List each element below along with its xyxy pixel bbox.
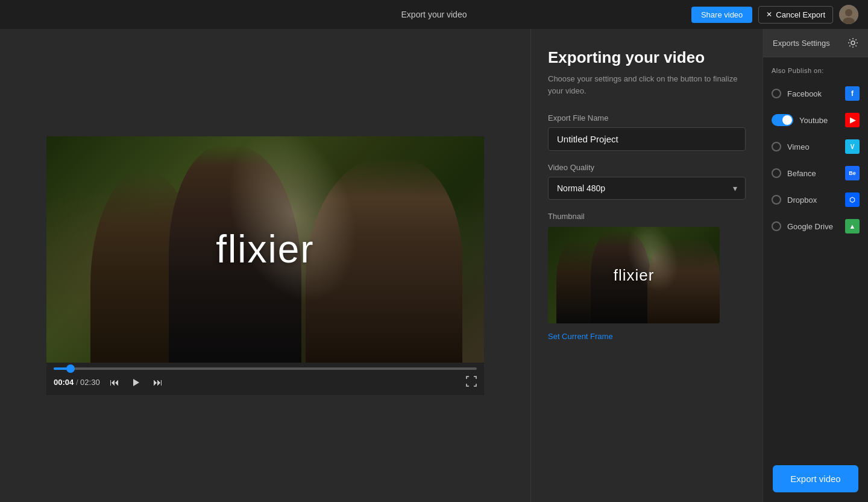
gdrive-icon: ▲ [845,219,860,234]
header-right: Share video ✕ Cancel Export [691,5,858,24]
also-publish-label: Also Publish on: [763,57,868,80]
export-panel-subtitle: Choose your settings and click on the bu… [548,73,746,97]
publish-item-gdrive[interactable]: Google Drive ▲ [763,213,868,240]
publish-item-facebook[interactable]: Facebook f [763,80,868,107]
publish-item-vimeo[interactable]: Vimeo V [763,133,868,160]
facebook-label: Facebook [787,89,839,98]
publish-item-behance[interactable]: Befance Be [763,160,868,186]
header-title: Export your video [401,10,467,19]
video-controls: 00:04 / 02:30 ⏮ ⏭ [46,363,484,395]
svg-marker-3 [133,379,139,386]
export-panel: Exporting your video Choose your setting… [530,29,763,502]
video-screen: flixier [46,136,484,363]
progress-bar[interactable] [54,367,477,370]
video-watermark-text: flixier [216,227,314,272]
file-name-input[interactable] [548,127,746,151]
set-current-frame-button[interactable]: Set Current Frame [548,332,613,341]
youtube-icon: ▶ [845,113,860,127]
publish-item-youtube[interactable]: Youtube ▶ [763,107,868,133]
vimeo-radio[interactable] [772,142,781,151]
thumbnail-preview: flixier [548,227,720,323]
facebook-radio[interactable] [772,89,781,98]
toggle-thumb [782,115,792,125]
fullscreen-button[interactable] [466,376,477,389]
share-video-button[interactable]: Share video [691,7,752,23]
export-video-button[interactable]: Export video [773,465,858,492]
sidebar-spacer [763,240,868,456]
gdrive-radio[interactable] [772,221,781,231]
close-icon: ✕ [766,10,772,19]
thumbnail-watermark-text: flixier [614,266,655,285]
behance-radio[interactable] [772,168,781,178]
svg-point-1 [845,9,852,16]
controls-left: 00:04 / 02:30 ⏮ ⏭ [54,375,165,390]
header: Export your video Share video ✕ Cancel E… [0,0,868,29]
behance-icon: Be [845,166,860,180]
youtube-toggle[interactable] [772,114,793,126]
rewind-button[interactable]: ⏮ [107,375,122,390]
avatar[interactable] [839,5,858,24]
svg-point-4 [851,41,855,45]
exports-settings-button[interactable]: Exports Settings [763,29,868,57]
right-sidebar: Exports Settings Also Publish on: Facebo… [763,29,868,502]
fast-forward-button[interactable]: ⏭ [151,375,165,390]
export-panel-title: Exporting your video [548,48,746,67]
video-panel: flixier 00:04 / 02:30 ⏮ [0,29,530,502]
play-button[interactable] [129,375,143,390]
youtube-label: Youtube [799,116,839,125]
facebook-icon: f [845,86,860,101]
behance-label: Befance [787,169,839,178]
progress-thumb [66,364,75,373]
dropbox-label: Dropbox [787,195,839,205]
video-container: flixier 00:04 / 02:30 ⏮ [46,136,484,395]
file-name-label: Export File Name [548,113,746,122]
current-time: 00:04 [54,378,74,387]
dropbox-radio[interactable] [772,195,781,205]
thumbnail-label: Thumbnail [548,212,746,221]
publish-item-dropbox[interactable]: Dropbox ⬡ [763,186,868,213]
cancel-export-button[interactable]: ✕ Cancel Export [758,6,833,24]
quality-select-wrapper: Normal 480p HD 720p Full HD 1080p 4K 216… [548,177,746,200]
vimeo-icon: V [845,139,860,154]
total-time: 02:30 [80,378,100,387]
gear-icon [848,37,858,48]
controls-row: 00:04 / 02:30 ⏮ ⏭ [54,375,477,390]
time-display: 00:04 / 02:30 [54,378,100,387]
vimeo-label: Vimeo [787,142,839,151]
dropbox-icon: ⬡ [845,192,860,207]
quality-label: Video Quality [548,163,746,172]
quality-select[interactable]: Normal 480p HD 720p Full HD 1080p 4K 216… [548,177,746,200]
gdrive-label: Google Drive [787,222,839,231]
main-content: flixier 00:04 / 02:30 ⏮ [0,29,868,502]
